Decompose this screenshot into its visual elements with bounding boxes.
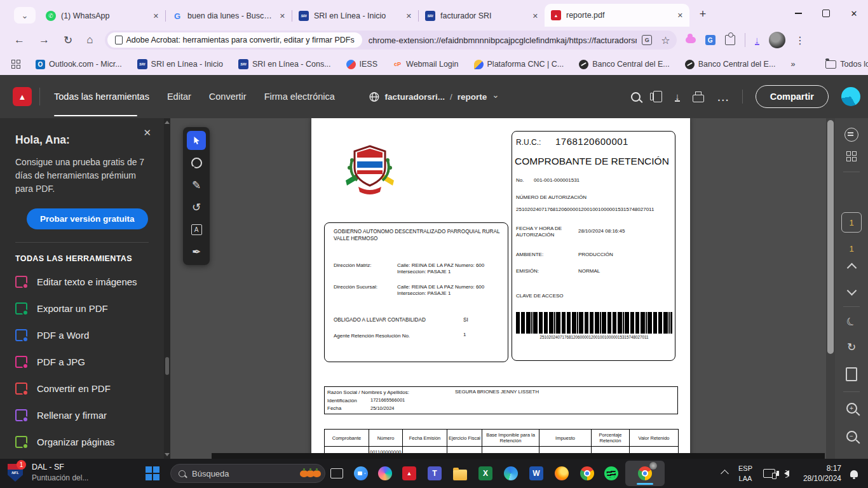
breadcrumb-file[interactable]: reporte xyxy=(458,92,487,102)
minimize-button[interactable] xyxy=(784,0,812,27)
close-icon[interactable]: ✕ xyxy=(677,11,683,20)
close-icon[interactable]: ✕ xyxy=(406,12,412,20)
chrome-active-button[interactable] xyxy=(625,461,665,486)
copilot-button[interactable] xyxy=(377,466,393,481)
bookmark-iess[interactable]: IESS xyxy=(346,60,378,69)
firefox-button[interactable] xyxy=(554,466,569,481)
pdf-scrollbar[interactable] xyxy=(826,118,835,459)
browser-menu-icon[interactable]: ⋮ xyxy=(795,34,805,46)
tab-sri-inicio[interactable]: SRI SRI en Línea - Inicio ✕ xyxy=(292,5,418,27)
scrollbar-thumb[interactable] xyxy=(165,357,169,375)
close-icon[interactable]: ✕ xyxy=(280,12,285,20)
cast-button[interactable] xyxy=(761,466,776,481)
menu-convertir[interactable]: Convertir xyxy=(209,92,247,102)
bookmark-outlook[interactable]: OOutlook.com - Micr... xyxy=(36,60,122,69)
pdf-page[interactable]: R.U.C.: 1768120600001 COMPROBANTE DE RET… xyxy=(311,118,690,459)
home-icon[interactable]: ⌂ xyxy=(86,34,93,46)
bookmark-sri-consultas[interactable]: SRISRI en Línea - Cons... xyxy=(238,59,331,69)
tool-pdf-a-word[interactable]: PDF a Word xyxy=(15,322,149,348)
tool-editar-texto[interactable]: Editar texto e imágenes xyxy=(15,268,149,295)
page-thumbnails-icon[interactable] xyxy=(846,151,857,161)
scroll-up-icon[interactable] xyxy=(165,121,170,124)
google-translate-extension-icon[interactable]: G xyxy=(705,35,715,45)
chrome-button[interactable] xyxy=(580,466,595,481)
current-page-indicator[interactable]: 1 xyxy=(841,212,862,233)
dark-mode-icon[interactable]: ☾ xyxy=(844,314,859,330)
spotify-button[interactable] xyxy=(604,466,619,481)
close-window-button[interactable]: ✕ xyxy=(840,0,868,27)
clock[interactable]: 8:17 28/10/2024 xyxy=(796,463,841,484)
comment-tool[interactable] xyxy=(187,153,206,172)
word-button[interactable]: W xyxy=(529,466,544,481)
forward-icon[interactable]: → xyxy=(39,34,50,46)
pages-panel-icon[interactable] xyxy=(653,91,662,102)
tab-reporte-pdf-active[interactable]: ▲ reporte.pdf ✕ xyxy=(545,4,689,27)
tab-facturador-sri[interactable]: SRI facturador SRI ✕ xyxy=(419,5,545,27)
extension-pink-icon[interactable] xyxy=(686,37,696,43)
translate-icon[interactable]: G xyxy=(642,35,652,45)
file-explorer-button[interactable] xyxy=(452,466,468,481)
menu-todas-las-herramientas[interactable]: Todas las herramientas xyxy=(54,92,149,102)
omnibox[interactable]: Adobe Acrobat: herramientas para convert… xyxy=(105,30,677,50)
tab-google-search[interactable]: G buen dia lunes - Buscar con ✕ xyxy=(166,5,292,27)
sign-tool[interactable]: ✒ xyxy=(187,242,206,261)
reload-icon[interactable]: ↻ xyxy=(64,34,72,47)
search-icon[interactable] xyxy=(631,92,641,102)
tool-convertir-pdf[interactable]: Convertir en PDF xyxy=(15,375,149,402)
share-button[interactable]: Compartir xyxy=(756,85,829,108)
widget-subtitle[interactable]: Puntuación del... xyxy=(32,473,88,482)
teams-taskbar-button[interactable]: T xyxy=(427,466,442,481)
maximize-button[interactable] xyxy=(812,0,840,27)
bookmark-sri-inicio[interactable]: SRISRI en Línea - Inicio xyxy=(137,59,223,69)
taskbar-search[interactable]: Búsqueda xyxy=(170,464,325,483)
tool-pdf-a-jpg[interactable]: PDF a JPG xyxy=(15,348,149,375)
tool-exportar-pdf[interactable]: Exportar un PDF xyxy=(15,295,149,322)
profile-avatar[interactable] xyxy=(769,32,785,48)
bookmark-banco-central-2[interactable]: Banco Central del E... xyxy=(685,60,776,69)
close-icon[interactable]: ✕ xyxy=(532,12,538,20)
notifications-button[interactable] xyxy=(846,466,862,481)
rotate-page-icon[interactable]: ↻ xyxy=(847,341,856,354)
downloads-icon[interactable]: ↓ xyxy=(755,36,760,45)
bookmark-banco-central-1[interactable]: Banco Central del E... xyxy=(579,60,670,69)
bookmark-star-icon[interactable]: ☆ xyxy=(661,34,670,46)
acrobat-taskbar-button[interactable]: ▲ xyxy=(402,466,417,481)
menu-editar[interactable]: Editar xyxy=(167,92,191,102)
tool-organizar-paginas[interactable]: Organizar páginas xyxy=(15,428,149,455)
sidebar-scrollbar[interactable] xyxy=(164,118,170,459)
fit-page-icon[interactable] xyxy=(846,367,857,381)
bookmark-webmail[interactable]: cPWebmail Login xyxy=(393,60,458,69)
task-view-button[interactable] xyxy=(329,466,344,481)
horizontal-scrollbar[interactable] xyxy=(212,453,825,459)
bookmarks-overflow-icon[interactable]: » xyxy=(790,60,795,69)
volume-button[interactable] xyxy=(779,466,794,481)
previous-page-icon[interactable] xyxy=(846,263,857,273)
download-icon[interactable]: ↓ xyxy=(675,92,680,102)
menu-firma-electronica[interactable]: Firma electrónica xyxy=(264,92,335,102)
chevron-down-icon[interactable]: ⌄ xyxy=(492,90,499,100)
highlight-tool[interactable]: ✎ xyxy=(187,175,206,194)
zoom-out-icon[interactable]: − xyxy=(846,431,857,442)
tab-whatsapp[interactable]: ✆ (1) WhatsApp ✕ xyxy=(39,5,165,27)
tray-overflow-button[interactable] xyxy=(717,466,732,481)
all-bookmarks-button[interactable]: Todos los marcadores xyxy=(825,60,868,69)
more-options-icon[interactable]: … xyxy=(717,94,729,99)
extensions-puzzle-icon[interactable] xyxy=(725,35,735,45)
start-button[interactable] xyxy=(145,466,160,481)
chat-button[interactable] xyxy=(353,466,369,481)
back-icon[interactable]: ← xyxy=(14,34,25,46)
breadcrumb-site[interactable]: facturadorsri... xyxy=(384,92,445,102)
scroll-down-icon[interactable] xyxy=(165,453,170,456)
next-page-icon[interactable] xyxy=(846,286,857,296)
widget-title[interactable]: DAL - SF xyxy=(32,463,64,471)
new-tab-button[interactable]: + xyxy=(693,4,712,24)
add-text-tool[interactable]: A xyxy=(187,220,206,239)
lasso-tool[interactable]: ↺ xyxy=(187,198,206,217)
ai-assistant-icon[interactable] xyxy=(844,128,858,142)
language-indicator[interactable]: ESP LAA xyxy=(738,463,752,484)
acrobat-logo-icon[interactable]: ▲ xyxy=(13,87,32,106)
tab-search-button[interactable]: ⌄ xyxy=(14,7,36,24)
free-trial-button[interactable]: Probar versión gratuita xyxy=(27,208,148,229)
edge-button[interactable] xyxy=(503,466,519,481)
print-icon[interactable] xyxy=(693,95,704,102)
